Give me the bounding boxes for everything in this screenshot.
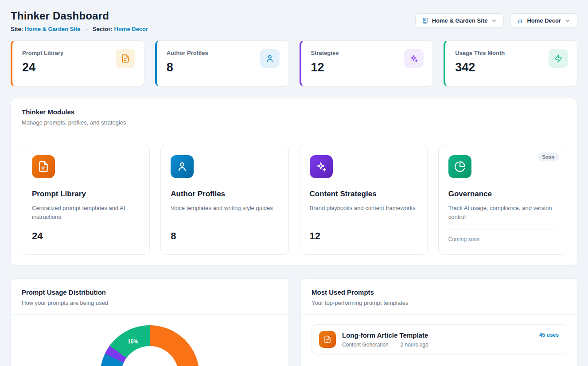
sector-label: Sector: xyxy=(93,26,113,32)
prompt-item-uses-badge: 45 uses xyxy=(539,332,559,338)
modules-title: Thinker Modules xyxy=(22,108,566,116)
stats-row: Prompt Library 24 Author Profiles 8 Stra… xyxy=(11,40,577,86)
user-icon xyxy=(171,155,194,178)
prompt-item-category: Content Generation xyxy=(342,342,389,348)
header-left: Thinker Dashboard Site: Home & Garden Si… xyxy=(11,10,148,32)
module-title: Content Strategies xyxy=(310,190,417,199)
stat-card-author-profiles: Author Profiles 8 xyxy=(155,40,289,86)
modules-grid: Prompt Library Centralized prompt templa… xyxy=(11,134,577,265)
sector-link[interactable]: Home Decor xyxy=(114,26,148,32)
document-icon xyxy=(116,49,135,68)
document-icon xyxy=(32,155,55,178)
meta-separator: · xyxy=(393,342,395,348)
module-description: Track AI usage, compliance, and version … xyxy=(448,204,556,222)
module-description: Brand playbooks and content frameworks xyxy=(310,204,417,222)
site-selector-dropdown[interactable]: Home & Garden Site xyxy=(415,13,504,28)
bottom-row: Prompt Usage Distribution How your promp… xyxy=(11,278,577,366)
building-icon xyxy=(422,17,428,24)
module-count: 24 xyxy=(32,230,140,242)
usage-panel-header: Prompt Usage Distribution How your promp… xyxy=(11,279,288,315)
stat-card-prompt-library: Prompt Library 24 xyxy=(11,40,144,86)
module-card-prompt-library[interactable]: Prompt Library Centralized prompt templa… xyxy=(22,145,150,255)
most-used-prompts-panel: Most Used Prompts Your top-performing pr… xyxy=(300,278,577,366)
prompt-list: Long-form Article Template Content Gener… xyxy=(301,315,577,364)
prompts-subtitle: Your top-performing prompt templates xyxy=(312,300,566,306)
module-title: Governance xyxy=(448,190,556,199)
sparkle-star-icon xyxy=(404,49,424,68)
module-card-content-strategies[interactable]: Content Strategies Brand playbooks and c… xyxy=(300,145,428,255)
breadcrumb-separator: · xyxy=(86,26,87,32)
lightning-icon xyxy=(549,49,568,68)
sparkle-star-icon xyxy=(310,155,333,178)
prompts-title: Most Used Prompts xyxy=(312,288,566,296)
list-item[interactable]: Long-form Article Template Content Gener… xyxy=(312,324,566,354)
page-header: Thinker Dashboard Site: Home & Garden Si… xyxy=(11,10,577,32)
prompt-item-meta: Content Generation · 2 hours ago xyxy=(342,342,533,348)
prompt-item-time: 2 hours ago xyxy=(400,342,428,348)
prompt-item-title: Long-form Article Template xyxy=(342,331,533,339)
module-divider xyxy=(448,230,556,230)
usage-donut-chart[interactable]: 15% xyxy=(100,325,199,366)
prompt-item-main: Long-form Article Template Content Gener… xyxy=(342,331,533,348)
prompts-panel-header: Most Used Prompts Your top-performing pr… xyxy=(301,279,577,315)
document-icon xyxy=(319,331,336,348)
dashboard-page: Thinker Dashboard Site: Home & Garden Si… xyxy=(0,0,588,366)
modules-panel-header: Thinker Modules Manage prompts, profiles… xyxy=(11,98,577,134)
header-actions: Home & Garden Site Home Decor xyxy=(415,13,577,28)
usage-chart-area: 15% xyxy=(11,315,288,366)
module-count: 8 xyxy=(171,230,278,242)
stat-card-strategies: Strategies 12 xyxy=(300,40,433,86)
module-card-author-profiles[interactable]: Author Profiles Voice templates and writ… xyxy=(160,145,288,255)
soon-badge: Soon xyxy=(538,152,559,161)
coming-soon-note: Coming soon xyxy=(448,236,556,242)
pie-chart-icon xyxy=(448,155,471,178)
sector-selector-label: Home Decor xyxy=(527,17,561,24)
module-description: Centralized prompt templates and AI inst… xyxy=(32,204,140,222)
user-icon xyxy=(260,49,280,68)
site-selector-label: Home & Garden Site xyxy=(432,17,488,24)
modules-subtitle: Manage prompts, profiles, and strategies xyxy=(22,119,566,126)
chevron-down-icon xyxy=(491,18,497,24)
sector-selector-dropdown[interactable]: Home Decor xyxy=(510,13,577,28)
module-description: Voice templates and writing style guides xyxy=(171,204,278,222)
module-card-governance[interactable]: Soon Governance Track AI usage, complian… xyxy=(438,145,566,255)
site-label: Site: xyxy=(11,26,23,32)
module-count: 12 xyxy=(310,230,417,242)
prompt-usage-panel: Prompt Usage Distribution How your promp… xyxy=(11,278,289,366)
page-title: Thinker Dashboard xyxy=(11,10,148,22)
breadcrumb: Site: Home & Garden Site · Sector: Home … xyxy=(11,26,148,32)
stat-card-usage: Usage This Month 342 xyxy=(444,40,577,86)
bar-chart-icon xyxy=(517,17,523,24)
site-link[interactable]: Home & Garden Site xyxy=(25,26,81,32)
usage-subtitle: How your prompts are being used xyxy=(22,300,278,306)
thinker-modules-panel: Thinker Modules Manage prompts, profiles… xyxy=(11,98,577,266)
module-title: Prompt Library xyxy=(32,190,140,199)
module-title: Author Profiles xyxy=(171,190,278,199)
usage-title: Prompt Usage Distribution xyxy=(22,288,278,296)
donut-slice-label: 15% xyxy=(123,339,143,345)
chevron-down-icon xyxy=(565,18,571,24)
